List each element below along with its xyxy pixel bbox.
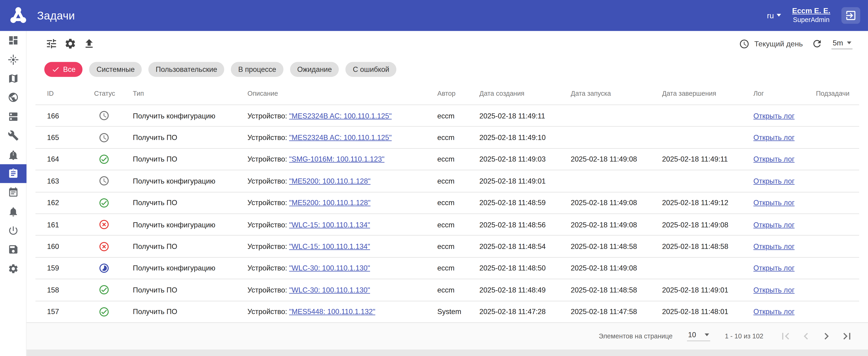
device-link[interactable]: "MES2324B AC: 100.110.1.125" xyxy=(289,111,392,120)
sidebar-item-devices[interactable] xyxy=(0,107,27,126)
alert-bell-icon xyxy=(8,149,19,160)
author-cell: eccm xyxy=(437,177,479,185)
status-cell xyxy=(94,154,133,165)
device-link[interactable]: "WLC-15: 100.110.1.134" xyxy=(289,242,370,251)
open-log-link[interactable]: Открыть лог xyxy=(753,308,795,316)
app-logo-icon[interactable] xyxy=(8,5,29,26)
sidebar-item-alerts[interactable] xyxy=(0,145,27,164)
device-link[interactable]: "MES2324B AC: 100.110.1.125" xyxy=(289,133,392,142)
filter-settings-button[interactable] xyxy=(42,34,61,53)
author-cell: System xyxy=(437,308,479,316)
column-header: ID xyxy=(47,89,94,97)
sidebar-item-settings[interactable] xyxy=(0,259,27,278)
open-log-link[interactable]: Открыть лог xyxy=(753,155,795,164)
filter-chip-5[interactable]: С ошибкой xyxy=(346,62,397,76)
sidebar-item-notifications[interactable] xyxy=(0,202,27,221)
next-page-button[interactable] xyxy=(819,328,834,344)
per-page-select[interactable]: 10 xyxy=(687,331,710,342)
open-log-link[interactable]: Открыть лог xyxy=(753,111,795,120)
period-select[interactable]: Текущий день xyxy=(739,38,803,49)
open-log-link[interactable]: Открыть лог xyxy=(753,242,795,251)
sidebar-item-dashboard[interactable] xyxy=(0,31,27,50)
page-title: Задачи xyxy=(37,9,75,22)
map-icon xyxy=(8,73,19,84)
export-button[interactable] xyxy=(80,34,99,53)
column-header: Статус xyxy=(94,89,133,97)
task-type-cell: Получить конфигурацию xyxy=(133,111,248,120)
table-row: 162Получить ПОУстройство: "ME5200: 100.1… xyxy=(35,192,859,214)
task-type-cell: Получить конфигурацию xyxy=(133,264,248,272)
started-cell: 2025-02-18 11:49:08 xyxy=(571,199,662,207)
device-link[interactable]: "ME5200: 100.110.1.128" xyxy=(289,199,371,207)
device-link[interactable]: "WLC-30: 100.110.1.130" xyxy=(289,286,370,294)
status-error-icon xyxy=(99,241,133,252)
open-log-link[interactable]: Открыть лог xyxy=(753,286,795,294)
author-cell: eccm xyxy=(437,155,479,164)
per-page-value: 10 xyxy=(688,331,696,339)
device-link[interactable]: "WLC-15: 100.110.1.134" xyxy=(289,220,370,229)
task-description-cell: Устройство: "MES5448: 100.110.1.132" xyxy=(247,308,437,316)
filter-chip-0[interactable]: Все xyxy=(44,62,83,76)
finished-cell: 2025-02-18 11:48:58 xyxy=(662,242,753,251)
sidebar-item-backup[interactable] xyxy=(0,240,27,259)
save-icon xyxy=(8,244,19,255)
tune-icon xyxy=(45,38,58,49)
sidebar-item-network[interactable] xyxy=(0,88,27,107)
globe-icon xyxy=(8,92,19,103)
wrench-icon xyxy=(8,130,19,141)
sidebar-item-incidents[interactable] xyxy=(0,50,27,69)
status-pending-icon xyxy=(99,132,133,143)
started-cell: 2025-02-18 11:49:08 xyxy=(571,264,662,272)
task-type-cell: Получить конфигурацию xyxy=(133,220,248,229)
task-id-cell: 164 xyxy=(47,155,94,164)
task-id-cell: 165 xyxy=(47,133,94,142)
device-link[interactable]: "ME5200: 100.110.1.128" xyxy=(289,177,371,185)
upload-icon xyxy=(83,38,95,49)
description-prefix: Устройство: xyxy=(247,242,289,251)
open-log-link[interactable]: Открыть лог xyxy=(753,220,795,229)
refresh-interval-select[interactable]: 5m xyxy=(832,38,852,49)
sidebar-item-scheduled-tasks[interactable] xyxy=(0,183,27,202)
task-description-cell: Устройство: "ME5200: 100.110.1.128" xyxy=(247,177,437,185)
open-log-link[interactable]: Открыть лог xyxy=(753,199,795,207)
status-cell xyxy=(94,284,133,295)
last-page-button[interactable] xyxy=(839,328,855,344)
table-settings-button[interactable] xyxy=(61,34,80,53)
user-menu[interactable]: Eccm E. E. SuperAdmin xyxy=(792,6,830,25)
status-cell xyxy=(94,132,133,143)
status-cell xyxy=(94,197,133,208)
filter-chip-3[interactable]: В процессе xyxy=(231,62,283,76)
task-id-cell: 160 xyxy=(47,242,94,251)
sidebar-item-maintenance[interactable] xyxy=(0,126,27,145)
created-cell: 2025-02-18 11:49:11 xyxy=(479,111,571,120)
filter-chip-4[interactable]: Ожидание xyxy=(290,62,339,76)
refresh-icon xyxy=(812,38,823,49)
description-prefix: Устройство: xyxy=(247,286,289,294)
filter-chip-label: С ошибкой xyxy=(353,65,389,73)
refresh-button[interactable] xyxy=(809,34,825,53)
task-description-cell: Устройство: "WLC-30: 100.110.1.130" xyxy=(247,286,437,294)
created-cell: 2025-02-18 11:48:59 xyxy=(479,199,571,207)
language-selector[interactable]: ru xyxy=(767,11,781,20)
sidebar-item-map[interactable] xyxy=(0,69,27,88)
logout-button[interactable] xyxy=(841,7,860,24)
task-id-cell: 158 xyxy=(47,286,94,294)
open-log-link[interactable]: Открыть лог xyxy=(753,133,795,142)
open-log-link[interactable]: Открыть лог xyxy=(753,264,795,272)
author-cell: eccm xyxy=(437,220,479,229)
device-link[interactable]: "SMG-1016M: 100.110.1.123" xyxy=(289,155,384,164)
task-id-cell: 157 xyxy=(47,308,94,316)
device-link[interactable]: "WLC-30: 100.110.1.130" xyxy=(289,264,370,272)
table-row: 159Получить конфигурациюУстройство: "WLC… xyxy=(35,257,859,279)
task-type-cell: Получить конфигурацию xyxy=(133,177,248,185)
device-link[interactable]: "MES5448: 100.110.1.132" xyxy=(289,308,375,316)
open-log-link[interactable]: Открыть лог xyxy=(753,177,795,185)
sidebar-item-power[interactable] xyxy=(0,221,27,240)
topbar: Задачи ru Eccm E. E. SuperAdmin xyxy=(0,0,868,31)
task-description-cell: Устройство: "WLC-30: 100.110.1.130" xyxy=(247,264,437,272)
sidebar-item-tasks[interactable] xyxy=(0,164,27,183)
filter-chip-2[interactable]: Пользовательские xyxy=(149,62,224,76)
column-header: Подзадачи xyxy=(816,89,859,97)
filter-chip-1[interactable]: Системные xyxy=(89,62,142,76)
task-id-cell: 163 xyxy=(47,177,94,185)
